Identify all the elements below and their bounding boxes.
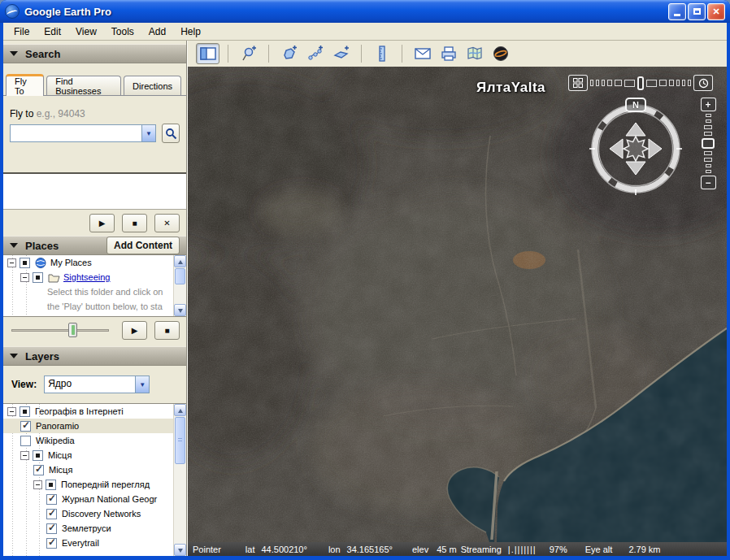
layer-row[interactable]: Попередній перегляд xyxy=(3,477,186,492)
collapse-box-icon[interactable] xyxy=(20,451,29,460)
time-tick xyxy=(607,80,612,86)
pan-right-arrow-icon[interactable] xyxy=(649,139,662,158)
checkbox-partial[interactable] xyxy=(20,258,30,268)
layer-row[interactable]: Everytrail xyxy=(3,536,186,550)
search-panel-header[interactable]: Search xyxy=(3,44,186,63)
menu-edit[interactable]: Edit xyxy=(37,24,68,39)
layers-view-combobox[interactable]: Ядро ▼ xyxy=(44,376,150,393)
checkbox-partial[interactable] xyxy=(33,450,43,461)
tour-speed-slider[interactable] xyxy=(10,322,111,338)
collapse-box-icon[interactable] xyxy=(20,273,29,282)
flyto-input[interactable] xyxy=(11,125,141,141)
north-button[interactable]: N xyxy=(625,98,646,112)
checkbox-checked[interactable] xyxy=(46,538,57,549)
add-content-button[interactable]: Add Content xyxy=(106,237,180,254)
zoom-slider[interactable]: + − xyxy=(699,98,717,189)
navigation-compass[interactable]: N xyxy=(588,101,684,197)
menu-tools[interactable]: Tools xyxy=(104,24,141,39)
checkbox-checked[interactable] xyxy=(46,494,57,505)
scroll-down-icon[interactable] xyxy=(174,544,186,556)
tab-find-businesses[interactable]: Find Businesses xyxy=(46,76,121,95)
maximize-button[interactable] xyxy=(688,3,706,20)
combo-dropdown-icon[interactable]: ▼ xyxy=(141,125,155,141)
title-bar[interactable]: Google Earth Pro ✕ xyxy=(0,0,730,23)
layer-row[interactable]: Місця xyxy=(3,448,186,462)
elev-value: 45 m xyxy=(437,545,456,554)
menu-file[interactable]: File xyxy=(7,24,37,39)
collapse-box-icon[interactable] xyxy=(7,407,16,416)
layer-row[interactable]: Географія в Інтернеті xyxy=(3,404,186,419)
tree-item-label[interactable]: Sightseeing xyxy=(63,272,111,282)
checkbox-checked[interactable] xyxy=(20,421,31,432)
print-button[interactable] xyxy=(437,43,460,64)
ruler-button[interactable] xyxy=(370,43,393,64)
close-icon: ✕ xyxy=(712,7,719,17)
email-button[interactable] xyxy=(411,43,434,64)
play-tour-button[interactable]: ▶ xyxy=(89,214,115,232)
scrollbar-thumb[interactable] xyxy=(175,417,185,464)
add-image-overlay-button[interactable] xyxy=(329,43,353,64)
collapse-box-icon[interactable] xyxy=(33,480,42,489)
layers-scrollbar[interactable] xyxy=(173,404,186,556)
checkbox-partial[interactable] xyxy=(33,272,43,283)
add-polygon-button[interactable] xyxy=(277,43,301,64)
zoom-in-button[interactable]: + xyxy=(701,98,716,111)
menu-add[interactable]: Add xyxy=(141,24,173,39)
sidebar-toggle-button[interactable] xyxy=(196,43,219,64)
tree-item-my-places[interactable]: My Places xyxy=(3,255,186,270)
map-viewport[interactable]: ЯлтаYalta xyxy=(188,67,727,542)
pan-down-arrow-icon[interactable] xyxy=(626,162,645,175)
menu-view[interactable]: View xyxy=(68,24,104,39)
layer-row[interactable]: Discovery Networks xyxy=(3,506,186,521)
checkbox-partial[interactable] xyxy=(20,406,30,417)
slider-handle[interactable] xyxy=(68,323,77,337)
search-button[interactable] xyxy=(162,124,180,143)
add-placemark-button[interactable] xyxy=(237,43,260,64)
time-slider[interactable] xyxy=(568,74,713,92)
layer-row[interactable]: Wikipedia xyxy=(3,433,186,448)
slider-track xyxy=(11,329,109,332)
layers-panel-header[interactable]: Layers xyxy=(3,346,186,366)
layer-row[interactable]: Землетруси xyxy=(3,521,186,536)
close-button[interactable]: ✕ xyxy=(707,3,725,20)
zoom-out-button[interactable]: − xyxy=(701,176,716,189)
places-scrollbar[interactable] xyxy=(173,255,186,316)
historical-imagery-button[interactable] xyxy=(693,75,713,91)
combo-dropdown-icon[interactable]: ▼ xyxy=(135,376,149,393)
scrollbar-thumb[interactable] xyxy=(175,268,185,284)
time-slider-handle[interactable] xyxy=(637,76,644,90)
minimize-button[interactable] xyxy=(668,3,686,20)
view-in-google-maps-button[interactable] xyxy=(463,43,486,64)
stop-places-tour-button[interactable]: ■ xyxy=(154,321,180,340)
zoom-slider-handle[interactable] xyxy=(702,138,715,149)
time-slider-expand-button[interactable] xyxy=(568,75,588,91)
tab-directions[interactable]: Directions xyxy=(124,76,181,95)
tree-item-sightseeing[interactable]: Sightseeing xyxy=(3,270,186,284)
places-panel-title: Places xyxy=(25,240,59,252)
checkbox-unchecked[interactable] xyxy=(20,436,31,446)
stop-tour-button[interactable]: ■ xyxy=(122,214,147,232)
checkbox-checked[interactable] xyxy=(46,523,57,534)
checkbox-checked[interactable] xyxy=(33,465,44,475)
pan-up-arrow-icon[interactable] xyxy=(626,123,645,136)
layer-row[interactable]: Місця xyxy=(3,462,186,477)
checkbox-checked[interactable] xyxy=(46,509,57,519)
places-panel-header[interactable]: Places Add Content xyxy=(3,236,186,255)
scroll-up-icon[interactable] xyxy=(174,404,186,416)
layer-row[interactable]: Журнал National Geogr xyxy=(3,492,186,506)
window-title: Google Earth Pro xyxy=(24,6,111,18)
pan-left-arrow-icon[interactable] xyxy=(610,139,623,158)
checkbox-partial[interactable] xyxy=(46,480,56,490)
scroll-up-icon[interactable] xyxy=(174,255,186,267)
tab-fly-to[interactable]: Fly To xyxy=(6,74,44,96)
clear-results-button[interactable]: ✕ xyxy=(154,214,180,232)
add-path-button[interactable] xyxy=(303,43,327,64)
look-joystick-icon[interactable] xyxy=(624,137,648,161)
layer-row-selected[interactable]: Panoramio xyxy=(3,419,186,433)
collapse-box-icon[interactable] xyxy=(7,258,16,267)
play-places-tour-button[interactable]: ▶ xyxy=(122,321,147,340)
menu-help[interactable]: Help xyxy=(173,24,208,39)
scroll-down-icon[interactable] xyxy=(174,304,186,316)
google-earth-globe-button[interactable] xyxy=(489,43,512,64)
flyto-combobox[interactable]: ▼ xyxy=(10,124,156,142)
